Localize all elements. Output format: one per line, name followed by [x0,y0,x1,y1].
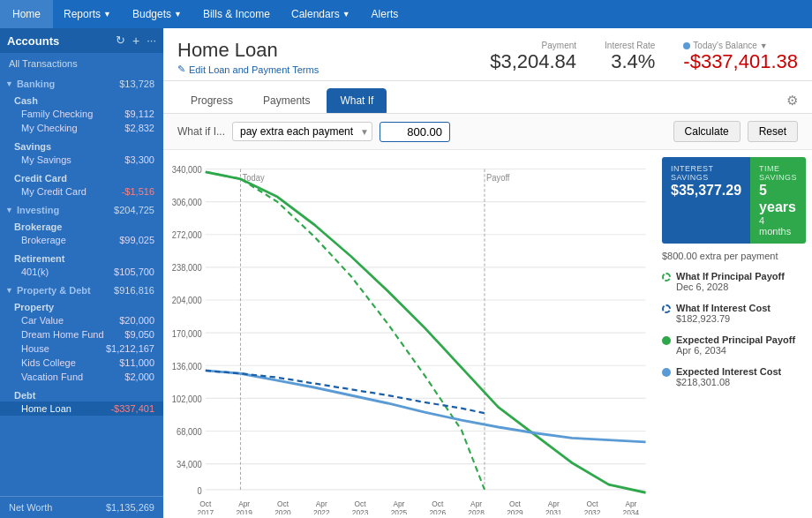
svg-text:34,000: 34,000 [177,460,202,469]
svg-text:Payoff: Payoff [486,173,510,183]
sidebar-item-my-credit-card[interactable]: My Credit Card-$1,516 [0,184,163,199]
svg-text:Apr: Apr [238,499,250,508]
sidebar-title: Accounts [7,34,116,48]
payment-stat: Payment $3,204.84 [490,41,576,73]
gear-icon[interactable]: ⚙ [786,93,798,109]
nav-bills-income[interactable]: Bills & Income [192,0,281,28]
svg-text:306,000: 306,000 [172,198,202,207]
whatif-input[interactable] [380,122,450,142]
sidebar-item-vacation-fund[interactable]: Vacation Fund$2,000 [0,370,163,384]
whatif-bar: What if I... pay extra each payment pay … [163,114,812,150]
sidebar-item-401k[interactable]: 401(k)$105,700 [0,265,163,279]
collapse-arrow-icon: ▼ [5,79,13,88]
svg-text:2025: 2025 [391,508,408,514]
calculate-button[interactable]: Calculate [673,121,741,142]
whatif-select[interactable]: pay extra each payment pay lump sum chan… [232,122,372,141]
svg-text:170,000: 170,000 [172,328,202,338]
svg-text:2020: 2020 [274,508,291,514]
svg-text:2029: 2029 [507,508,523,514]
extra-payment-label: $800.00 extra per payment [662,249,805,263]
chevron-down-icon: ▼ [342,10,350,19]
sidebar-subgroup-title: Savings [0,139,163,153]
dashed-blue-icon [662,304,671,313]
svg-text:340,000: 340,000 [172,165,202,175]
tab-progress[interactable]: Progress [177,88,246,113]
sidebar-subgroup-title: Retirement [0,251,163,265]
tab-payments[interactable]: Payments [250,88,323,113]
legend-expected-interest: Expected Interest Cost $218,301.08 [662,364,805,390]
sidebar-subgroup-title: Cash [0,93,163,107]
sidebar-subgroup-debt: Debt Home Loan-$337,401 [0,386,163,417]
sidebar-subgroup-title: Property [0,299,163,313]
content-header: Home Loan ✎ Edit Loan and Payment Terms … [163,28,812,81]
sidebar-group-investing[interactable]: ▼ Investing $204,725 [0,200,163,217]
sidebar-item-my-savings[interactable]: My Savings$3,300 [0,153,163,167]
add-icon[interactable]: + [132,34,139,48]
svg-text:Oct: Oct [277,499,289,508]
reset-button[interactable]: Reset [748,121,798,142]
sidebar-item-home-loan[interactable]: Home Loan-$337,401 [0,402,163,416]
sidebar-subgroup-retirement: Retirement 401(k)$105,700 [0,249,163,281]
sidebar-item-kids-college[interactable]: Kids College$11,000 [0,356,163,370]
svg-text:Oct: Oct [509,499,522,508]
interest-rate-stat: Interest Rate 3.4% [605,41,655,73]
svg-text:Oct: Oct [199,499,212,508]
sidebar-icons: ↻ + ··· [116,34,156,48]
nav-budgets[interactable]: Budgets▼ [122,0,192,28]
sidebar-item-brokerage[interactable]: Brokerage$99,025 [0,233,163,247]
sidebar-group-property-debt[interactable]: ▼ Property & Debt $916,816 [0,281,163,297]
nav-home[interactable]: Home [0,0,53,28]
svg-text:102,000: 102,000 [172,394,202,404]
title-and-edit: Home Loan ✎ Edit Loan and Payment Terms [177,39,319,75]
today-balance-stat: Today's Balance ▼ -$337,401.38 [683,41,798,73]
svg-text:238,000: 238,000 [172,263,202,273]
refresh-icon[interactable]: ↻ [116,34,125,48]
sidebar-subgroup-cash: Cash Family Checking$9,112 My Checking$2… [0,91,163,137]
dashed-green-icon [662,273,671,282]
svg-text:272,000: 272,000 [172,230,202,240]
svg-text:2026: 2026 [429,508,446,514]
nav-calendars[interactable]: Calendars▼ [281,0,361,28]
solid-green-icon [662,336,671,345]
sidebar-item-house[interactable]: House$1,212,167 [0,342,163,356]
more-icon[interactable]: ··· [147,34,156,48]
content-stats: Payment $3,204.84 Interest Rate 3.4% Tod… [490,41,798,73]
all-transactions[interactable]: All Transactions [0,53,163,74]
svg-text:2022: 2022 [313,508,330,514]
top-nav: Home Reports▼ Budgets▼ Bills & Income Ca… [0,0,812,28]
svg-text:68,000: 68,000 [177,427,202,437]
sidebar-subgroup-property: Property Car Value$20,000 Dream Home Fun… [0,297,163,386]
nav-reports[interactable]: Reports▼ [53,0,122,28]
svg-text:Apr: Apr [548,499,560,508]
sidebar-subgroup-title: Brokerage [0,219,163,233]
page-title: Home Loan [177,39,319,62]
sidebar-subgroup-title: Debt [0,387,163,402]
sidebar-group-banking[interactable]: ▼ Banking $13,728 [0,74,163,91]
collapse-arrow-icon: ▼ [5,206,13,214]
sidebar-header: Accounts ↻ + ··· [0,28,163,53]
sidebar-item-dream-home[interactable]: Dream Home Fund$9,050 [0,327,163,342]
net-worth: Net Worth $1,135,269 [0,496,163,518]
sidebar-item-car-value[interactable]: Car Value$20,000 [0,313,163,327]
svg-text:Apr: Apr [393,499,404,508]
sidebar-subgroup-savings: Savings My Savings$3,300 [0,137,163,169]
svg-text:2032: 2032 [584,508,601,514]
tab-whatif[interactable]: What If [327,88,387,113]
time-savings-card: TIME SAVINGS 5 years 4 months [750,157,806,244]
collapse-arrow-icon: ▼ [5,286,13,295]
sidebar-item-family-checking[interactable]: Family Checking$9,112 [0,107,163,121]
tabs: Progress Payments What If ⚙ [163,81,812,114]
edit-loan-link[interactable]: ✎ Edit Loan and Payment Terms [177,64,319,75]
sidebar-subgroup-credit-card: Credit Card My Credit Card-$1,516 [0,169,163,200]
svg-text:Oct: Oct [432,499,444,508]
sidebar-subgroup-title: Credit Card [0,170,163,184]
svg-text:136,000: 136,000 [172,361,202,371]
pencil-icon: ✎ [177,64,185,75]
nav-alerts[interactable]: Alerts [361,0,410,28]
chevron-down-icon: ▼ [103,10,111,19]
loan-chart: 340,000 306,000 272,000 238,000 204,000 … [167,157,655,514]
svg-text:Oct: Oct [355,499,367,508]
sidebar-subgroup-brokerage: Brokerage Brokerage$99,025 [0,217,163,249]
sidebar-item-my-checking[interactable]: My Checking$2,832 [0,121,163,135]
svg-text:2019: 2019 [236,508,252,514]
